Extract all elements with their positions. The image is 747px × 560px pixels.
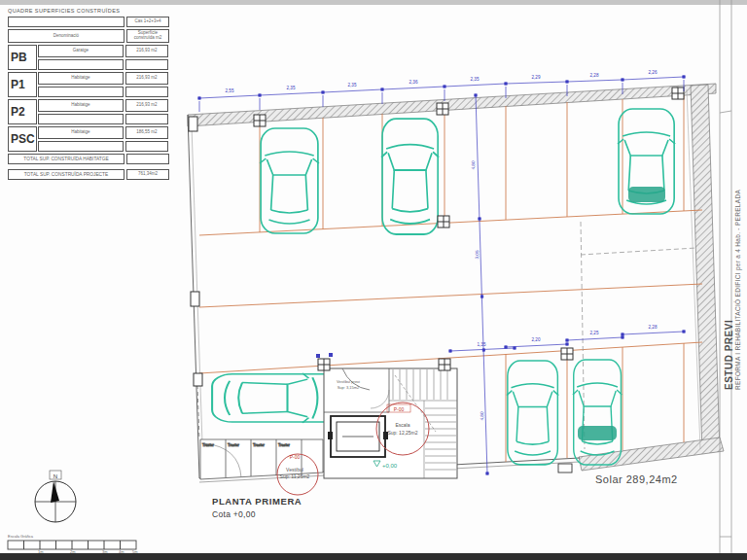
storage-label: Traster — [253, 443, 266, 447]
dim-label: 2,55 — [226, 88, 234, 93]
scale-bar: Escala Gràfica 1m 2m 3m 4m 5m — [8, 534, 138, 554]
compass: N — [35, 471, 76, 522]
dim-label: 4,80 — [480, 411, 484, 421]
escala-name: Escala — [395, 422, 409, 428]
compass-north-label: N — [53, 473, 57, 479]
vestibul-previ-name: Vestíbul previ — [337, 379, 360, 384]
car-bottom-right-1 — [507, 361, 558, 465]
dim-label: 2,29 — [532, 75, 541, 80]
scale-bar-label: Escala Gràfica — [8, 534, 34, 539]
vestibul-previ-area: Sup: 3,15m2 — [338, 385, 360, 390]
dim-label: 2,35 — [348, 83, 357, 88]
level-mark: +0,00 — [382, 463, 398, 469]
titleblock-project-phase: ESTUD PREVI — [724, 79, 734, 390]
dim-label: 2,35 — [287, 86, 296, 90]
survey-mark — [329, 353, 333, 357]
car-bottom-right-2 — [573, 360, 622, 465]
bottom-right-wall — [579, 438, 724, 471]
pillars — [189, 88, 684, 386]
car-rear-window — [578, 426, 617, 440]
gate-marker — [558, 464, 572, 472]
window-bottom-bar — [0, 553, 747, 560]
vestibul-name: Vestíbul — [286, 467, 303, 472]
dim-label: 2,35 — [471, 77, 480, 82]
storage-label: Traster — [278, 443, 291, 447]
car-rear-window — [628, 187, 665, 202]
top-wall — [188, 84, 716, 126]
compass-needle — [51, 481, 59, 503]
storage-label: Traster — [202, 443, 215, 447]
storage-label: Traster — [228, 443, 240, 447]
cad-viewer-screen: QUADRE SUPERFICIES CONSTRUÏDES Cas 1+2+3… — [0, 0, 747, 560]
vestibul-tag: P-00 — [290, 454, 301, 460]
escala-tag: P-00 — [394, 406, 405, 412]
dim-label: 2,28 — [649, 325, 658, 330]
vestibul-area: Sup: 11,25m2 — [280, 473, 310, 479]
titleblock-project-name: REFORMA I REHABILITACIÓ EDIFICI per a 4 … — [734, 79, 741, 390]
dim-label: 4,80 — [471, 160, 476, 170]
dim-label: 2,36 — [409, 80, 418, 85]
titleblock-text: ESTUD PREVI REFORMA I REHABILITACIÓ EDIF… — [724, 79, 747, 390]
dim-label: 2,28 — [590, 73, 599, 78]
dim-label: 2,20 — [532, 337, 541, 342]
survey-mark — [316, 354, 320, 358]
plan-cota: Cota +0,00 — [212, 509, 256, 519]
solar-area-label: Solar 289,24m2 — [595, 473, 678, 485]
dim-label: 2,25 — [590, 331, 599, 335]
car-top-2 — [381, 119, 439, 234]
dim-label: 2,26 — [649, 70, 658, 75]
dashed-reference-lines — [581, 222, 696, 449]
escala-area: Sup: 12,25m2 — [387, 430, 417, 436]
car-top-1 — [260, 128, 319, 233]
plan-title: PLANTA PRIMERA — [212, 496, 302, 507]
elevator — [328, 416, 388, 457]
right-wall — [691, 85, 720, 453]
dim-label: 3,05 — [475, 250, 480, 260]
dim-label: 1,35 — [478, 342, 486, 347]
